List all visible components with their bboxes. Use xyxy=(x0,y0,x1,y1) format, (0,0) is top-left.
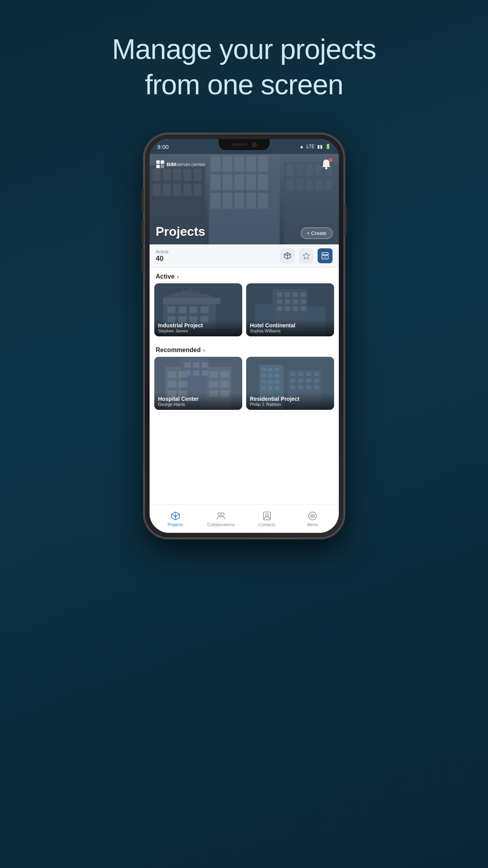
projects-nav-label: Projects xyxy=(168,522,183,527)
svg-rect-48 xyxy=(322,253,328,255)
svg-rect-43 xyxy=(161,160,164,164)
active-section-label: Active xyxy=(156,273,175,280)
hotel-card-overlay: Hotel Continental Sophia Williams xyxy=(246,319,334,336)
create-button[interactable]: + Create xyxy=(301,228,332,239)
svg-rect-45 xyxy=(161,165,164,168)
hotel-project-author: Sophia Williams xyxy=(250,328,330,333)
star-filter-button[interactable] xyxy=(299,248,314,263)
cube-icon xyxy=(283,252,291,260)
recommended-section-label: Recommended xyxy=(156,347,201,354)
phone-shell: 9:00 ▲ LTE ▮▮ 🔋 xyxy=(144,134,344,538)
active-projects-grid: Industrial Project Stephen James xyxy=(150,283,339,341)
industrial-card-overlay: Industrial Project Stephen James xyxy=(154,319,242,336)
camera xyxy=(252,142,257,147)
nav-item-menu[interactable]: Menu xyxy=(290,511,336,527)
residential-card-overlay: Residential Project Philip J. Ralston xyxy=(246,393,334,410)
app-header: BIMserver.center Projects + Create xyxy=(150,154,339,244)
nav-item-projects[interactable]: Projects xyxy=(153,511,199,527)
stats-info: Active 40 xyxy=(156,249,169,263)
bim-logo-icon xyxy=(156,160,164,169)
svg-marker-47 xyxy=(303,253,309,259)
stats-icons xyxy=(280,248,333,263)
svg-point-46 xyxy=(325,167,327,169)
recommended-section-header[interactable]: Recommended › xyxy=(150,341,339,357)
speaker xyxy=(232,143,247,146)
signal-icon: ▮▮ xyxy=(317,144,323,149)
project-card-hotel[interactable]: Hotel Continental Sophia Williams xyxy=(246,283,334,336)
battery-icon: 🔋 xyxy=(325,144,331,149)
lte-label: LTE xyxy=(306,144,314,149)
svg-point-139 xyxy=(218,513,221,516)
menu-nav-label: Menu xyxy=(307,522,318,527)
hotel-project-title: Hotel Continental xyxy=(250,322,330,328)
svg-point-140 xyxy=(221,513,224,516)
hospital-project-author: George Harris xyxy=(158,402,238,407)
wifi-icon: ▲ xyxy=(299,144,304,149)
project-card-hospital[interactable]: Hospital Center George Harris xyxy=(154,357,242,410)
hero-line1: Manage your projects xyxy=(112,31,376,67)
menu-icon xyxy=(307,511,318,521)
projects-nav-icon xyxy=(170,511,181,521)
collaborations-nav-icon xyxy=(216,511,226,521)
page-title: Projects xyxy=(156,224,205,239)
menu-nav-icon xyxy=(307,511,318,521)
project-card-residential[interactable]: Residential Project Philip J. Ralston xyxy=(246,357,334,410)
bottom-nav: Projects Collaborations xyxy=(150,505,339,533)
content-spacer xyxy=(150,415,339,446)
hero-text: Manage your projects from one screen xyxy=(112,31,376,102)
header-top: BIMserver.center xyxy=(156,158,333,171)
hospital-card-overlay: Hospital Center George Harris xyxy=(154,393,242,410)
phone-mockup: 9:00 ▲ LTE ▮▮ 🔋 xyxy=(144,134,344,833)
stats-bar: Active 40 xyxy=(150,244,339,268)
status-time: 9:00 xyxy=(157,143,169,150)
svg-point-142 xyxy=(265,514,268,517)
phone-screen: 9:00 ▲ LTE ▮▮ 🔋 xyxy=(150,139,339,533)
hero-line2: from one screen xyxy=(112,67,376,102)
collaborations-nav-label: Collaborations xyxy=(207,522,235,527)
archive-filter-button[interactable] xyxy=(318,248,333,263)
hospital-project-title: Hospital Center xyxy=(158,396,238,402)
contacts-icon xyxy=(262,511,272,521)
phone-content: BIMserver.center Projects + Create xyxy=(150,154,339,533)
active-section-header[interactable]: Active › xyxy=(150,268,339,283)
project-card-industrial[interactable]: Industrial Project Stephen James xyxy=(154,283,242,336)
nav-item-contacts[interactable]: Contacts xyxy=(244,511,290,527)
header-bottom: Projects + Create xyxy=(156,224,333,239)
cube-filter-button[interactable] xyxy=(280,248,295,263)
projects-icon xyxy=(170,511,181,521)
collaborations-icon xyxy=(216,511,226,521)
archive-icon xyxy=(321,252,329,260)
svg-rect-42 xyxy=(156,160,160,164)
industrial-project-title: Industrial Project xyxy=(158,322,238,328)
residential-project-author: Philip J. Ralston xyxy=(250,402,330,407)
logo-text: BIMserver.center xyxy=(167,161,206,167)
svg-rect-44 xyxy=(156,165,160,168)
status-bar: 9:00 ▲ LTE ▮▮ 🔋 xyxy=(150,139,339,154)
recommended-projects-grid: Hospital Center George Harris xyxy=(150,357,339,415)
notification-dot xyxy=(329,158,333,162)
status-icons: ▲ LTE ▮▮ 🔋 xyxy=(299,144,331,149)
star-icon xyxy=(302,252,310,260)
industrial-project-author: Stephen James xyxy=(158,328,238,333)
nav-item-collaborations[interactable]: Collaborations xyxy=(198,511,244,527)
svg-point-138 xyxy=(174,516,176,517)
stats-count: 40 xyxy=(156,255,169,263)
residential-project-title: Residential Project xyxy=(250,396,330,402)
recommended-chevron-icon: › xyxy=(203,347,205,353)
content-area: Active › xyxy=(150,268,339,505)
contacts-nav-icon xyxy=(262,511,272,521)
bell-button[interactable] xyxy=(320,158,333,171)
stats-label: Active xyxy=(156,249,169,255)
active-chevron-icon: › xyxy=(177,273,179,280)
logo: BIMserver.center xyxy=(156,160,206,169)
notch xyxy=(219,139,270,150)
contacts-nav-label: Contacts xyxy=(258,522,275,527)
